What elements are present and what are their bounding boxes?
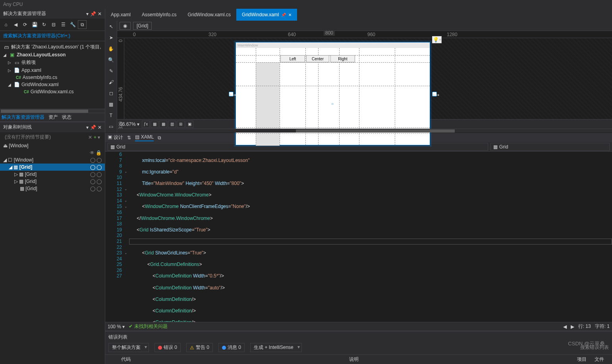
design-button-center[interactable]: Center bbox=[306, 55, 329, 62]
error-list-panel: 错误列表 整个解决方案 错误 0 ⚠警告 0 消息 0 生成 + Intelli… bbox=[105, 331, 612, 354]
messages-filter[interactable]: 消息 0 bbox=[218, 343, 245, 352]
assemblyinfo-node[interactable]: C#AssemblyInfo.cs bbox=[0, 74, 105, 81]
view-icon[interactable]: ⧉ bbox=[78, 20, 87, 29]
build-dropdown[interactable]: 生成 + IntelliSense bbox=[250, 343, 302, 352]
warnings-filter[interactable]: ⚠警告 0 bbox=[186, 343, 213, 352]
brush-icon[interactable]: 🖌 bbox=[107, 78, 116, 87]
close-icon[interactable]: ✕ bbox=[98, 125, 102, 130]
watermark: CSDN @云草桑 bbox=[568, 340, 605, 347]
save-icon[interactable]: 💾 bbox=[30, 20, 39, 29]
col-file[interactable]: 文件 bbox=[595, 356, 604, 363]
pin-icon[interactable]: 📌 bbox=[281, 13, 286, 17]
code-content[interactable]: xmlns:local="clr-namespace:Zhaoxi.Layout… bbox=[129, 152, 612, 322]
col-desc[interactable]: 说明 bbox=[349, 356, 359, 363]
project-node[interactable]: ◢▣Zhaoxi.LayoutLesson bbox=[0, 51, 105, 58]
close-icon[interactable]: ✕ bbox=[98, 11, 102, 17]
dropdown-icon[interactable]: ▾ bbox=[86, 125, 89, 130]
properties-icon[interactable]: ☰ bbox=[59, 20, 68, 29]
app-xaml-node[interactable]: ▷📄App.xaml bbox=[0, 67, 105, 74]
gridwindow-cs-node[interactable]: C#GridWindow.xaml.cs bbox=[0, 88, 105, 95]
popout-icon[interactable]: ⧉ bbox=[158, 135, 161, 141]
breadcrumb-root[interactable]: ◉ bbox=[120, 22, 131, 30]
nav-right[interactable]: ▦ Grid bbox=[490, 143, 610, 151]
fx-icon[interactable]: ƒx bbox=[142, 121, 150, 128]
shape-icon[interactable]: ◻ bbox=[107, 89, 116, 98]
char-indicator: 字符: 1 bbox=[595, 323, 610, 330]
tab-design[interactable]: ▣ 设计 bbox=[108, 134, 123, 141]
add-icon[interactable]: + bbox=[94, 135, 97, 140]
se-hscroll[interactable] bbox=[0, 109, 105, 113]
pointer-icon[interactable]: ↖ bbox=[107, 22, 116, 31]
document-tabs: App.xaml AssemblyInfo.cs GridWindow.xaml… bbox=[105, 9, 612, 21]
designer-toolbox: ↖ ➤ ✋ 🔍 ✎ 🖌 ◻ ▦ T ▭ bbox=[105, 21, 117, 133]
tab-xaml[interactable]: ▤ XAML bbox=[135, 134, 154, 141]
nav-next-icon[interactable]: ▶ bbox=[571, 324, 574, 329]
cursor-icon[interactable]: ➤ bbox=[107, 33, 116, 42]
collapse-icon[interactable]: ⊟ bbox=[49, 20, 58, 29]
swap-icon[interactable]: ⇅ bbox=[127, 135, 131, 141]
timeline-window[interactable]: ◢ ☐ [Window]◯ ◯ bbox=[0, 156, 105, 164]
zoom-icon[interactable]: 🔍 bbox=[107, 56, 116, 64]
breadcrumb-grid[interactable]: [Grid] bbox=[133, 22, 152, 30]
col-code[interactable]: 代码 bbox=[121, 356, 131, 363]
wrench-icon[interactable]: 🔧 bbox=[68, 20, 77, 29]
tab-state[interactable]: 状态 bbox=[62, 114, 71, 121]
scope-dropdown[interactable]: 整个解决方案 bbox=[108, 343, 149, 352]
issues-status[interactable]: ✔ 未找到相关问题 bbox=[129, 323, 167, 330]
solution-search[interactable]: 搜索解决方案资源管理器(Ctrl+;) bbox=[0, 31, 105, 41]
snap2-icon[interactable]: ⊞ bbox=[177, 121, 185, 128]
refresh-icon[interactable]: ↻ bbox=[40, 20, 48, 29]
timeline-grid-4[interactable]: ▦ [Grid]◯ ◯ bbox=[0, 185, 105, 192]
cpu-selector[interactable]: Any CPU bbox=[3, 2, 23, 7]
timeline-header: 对象和时间线 ▾📌✕ bbox=[0, 122, 105, 132]
button-icon[interactable]: ▭ bbox=[107, 122, 116, 131]
code-editor[interactable]: 678 9⌄1011 12⌄1314⌄ 15⌄161718 19202122 2… bbox=[105, 152, 612, 322]
error-list-columns: 代码 说明 项目 文件 bbox=[105, 354, 612, 364]
device-icon[interactable]: ▣ bbox=[185, 121, 193, 128]
ruler-vertical: 0 434.76 320 bbox=[117, 38, 124, 119]
solution-node[interactable]: 🗃解决方案 'Zhaoxi.LayoutLesson' (1 个项目, bbox=[0, 43, 105, 51]
hand-icon[interactable]: ✋ bbox=[107, 44, 116, 53]
timeline-grid-selected[interactable]: ◢ ▦ [Grid]◯ ◯ bbox=[0, 164, 105, 171]
design-button-left[interactable]: Left bbox=[280, 55, 305, 62]
text-icon[interactable]: T bbox=[107, 111, 116, 120]
lightbulb-icon[interactable]: 💡▾ bbox=[432, 36, 442, 43]
nav-prev-icon[interactable]: ◀ bbox=[563, 324, 567, 329]
home-icon[interactable]: ⌂ bbox=[2, 20, 10, 29]
code-zoom[interactable]: 100 % ▾ bbox=[108, 324, 125, 329]
tab-assets[interactable]: 资产 bbox=[48, 114, 58, 121]
snap-icon[interactable]: ▥ bbox=[168, 121, 176, 128]
tab-gridwindow-xaml[interactable]: GridWindow.xaml📌✕ bbox=[236, 9, 297, 21]
design-button-right[interactable]: Right bbox=[330, 55, 355, 62]
dropdown-icon[interactable]: ▾ bbox=[86, 11, 89, 17]
gridwindow-xaml-node[interactable]: ◢📄GridWindow.xaml bbox=[0, 81, 105, 88]
pin-icon[interactable]: 📌 bbox=[90, 11, 96, 17]
tab-app-xaml[interactable]: App.xaml bbox=[105, 9, 136, 21]
canvas-hscroll[interactable] bbox=[117, 129, 612, 133]
close-icon[interactable]: ✕ bbox=[88, 135, 92, 140]
resize-handle-left[interactable]: ⟷ bbox=[229, 92, 234, 96]
errors-filter[interactable]: 错误 0 bbox=[154, 343, 181, 352]
tab-gridwindow-cs[interactable]: GridWindow.xaml.cs bbox=[182, 9, 236, 21]
timeline-window-root[interactable]: ⏏ [Window] bbox=[0, 142, 105, 149]
timeline-grid-3[interactable]: ▷ ▦ [Grid]◯ ◯ bbox=[0, 178, 105, 185]
col-project[interactable]: 项目 bbox=[577, 356, 587, 363]
timeline-grid-2[interactable]: ▷ ▦ [Grid]◯ ◯ bbox=[0, 171, 105, 178]
design-canvas[interactable]: 💡▾ MainWindow Left bbox=[124, 38, 612, 119]
deps-node[interactable]: ▷▭依赖项 bbox=[0, 58, 105, 67]
close-icon[interactable]: ✕ bbox=[288, 13, 292, 17]
grid2-icon[interactable]: ▦ bbox=[159, 121, 167, 128]
layout-icon[interactable]: ▦ bbox=[107, 100, 116, 109]
storyboard-empty: (没有打开的情节提要) ✕ + ▾ bbox=[0, 132, 105, 142]
timeline-visibility-header: 👁 🔒 bbox=[0, 149, 105, 156]
tab-assemblyinfo[interactable]: AssemblyInfo.cs bbox=[136, 9, 182, 21]
error-list-title: 错误列表 bbox=[108, 334, 609, 341]
resize-handle-right[interactable]: ⟷ bbox=[432, 92, 437, 96]
back-icon[interactable]: ◀ bbox=[11, 20, 20, 29]
eyedropper-icon[interactable]: ✎ bbox=[107, 67, 116, 75]
pin-icon[interactable]: 📌 bbox=[90, 125, 96, 130]
dropdown-icon[interactable]: ▾ bbox=[98, 135, 100, 140]
tab-solution-explorer[interactable]: 解决方案资源管理器 bbox=[2, 114, 44, 121]
sync-icon[interactable]: ⟳ bbox=[21, 20, 29, 29]
grid-icon[interactable]: ▦ bbox=[151, 121, 158, 128]
